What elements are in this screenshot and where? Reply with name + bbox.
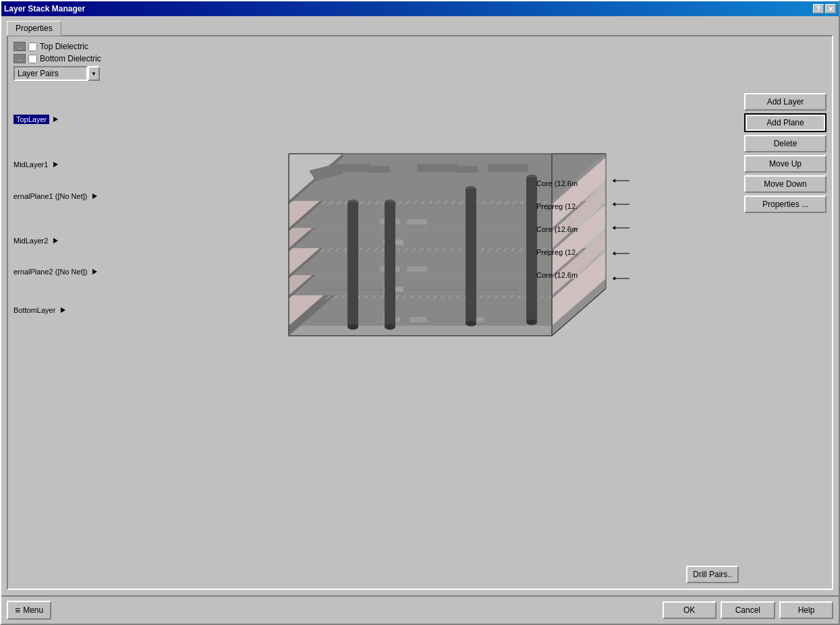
via3-body [466,189,476,324]
layer-pairs-dropdown[interactable]: Layer Pairs [13,66,88,81]
add-layer-button[interactable]: Add Layer [744,93,827,111]
trace-top-5 [488,164,528,172]
midlayer1-label-text: MidLayer1 [13,160,48,169]
move-up-button[interactable]: Move Up [744,155,827,173]
bottomlayer-arrow-icon [61,307,65,313]
dialog: Layer Stack Manager ? ✕ Properties Top D… [0,0,840,625]
toplayer-label-text: TopLayer [13,115,49,124]
bottomlayer-label-text: BottomLayer [13,306,55,314]
core2-arrow-head [613,226,615,230]
prepreg1-arrow-head [613,202,615,206]
tab-properties[interactable]: Properties [7,21,61,36]
via2-body [385,202,395,327]
via4-bottom [526,320,537,325]
trace-mid2-2 [407,266,427,272]
pcb-svg [248,86,640,356]
top-dielectric-row: Top Dielectric [13,42,101,51]
pcb-stack-diagram: Core (12.6m Prepreg (12. Core (12.6m Pre… [148,86,739,560]
layer-label-midlayer2: MidLayer2 [13,237,148,245]
drill-pairs-area: Drill Pairs.. [13,560,827,583]
tab-area: Properties [1,16,839,35]
internalplane2-label-text: ernalPlane2 ([No Net]) [13,268,87,276]
right-buttons-panel: Add Layer Add Plane Delete Move Up Move … [739,86,827,560]
top-controls: Top Dielectric Bottom Dielectric Layer P… [13,42,827,81]
via3-bottom [466,321,476,326]
bottom-dielectric-icon [13,54,26,63]
checkboxes-area: Top Dielectric Bottom Dielectric Layer P… [13,42,101,81]
delete-button[interactable]: Delete [744,135,827,152]
properties-button[interactable]: Properties ... [744,196,827,213]
menu-label: Menu [23,605,43,615]
midlayer2-label-text: MidLayer2 [13,237,48,245]
internalplane1-label-text: ernalPlane1 ([No Net]) [13,192,87,200]
via2-bottom [385,324,395,330]
trace-top-4 [451,166,478,173]
help-title-button[interactable]: ? [813,4,824,13]
trace-top-2 [363,166,390,173]
via4-body [526,177,537,322]
layer-labels-panel: TopLayer MidLayer1 ernalPlane1 ([No Net]… [13,86,148,322]
bottom-dielectric-checkbox[interactable] [28,55,37,63]
midlayer1-arrow-icon [53,162,58,167]
footer: ≡ Menu OK Cancel Help [1,595,839,624]
drill-pairs-button[interactable]: Drill Pairs.. [686,566,739,583]
via1-body [347,202,358,327]
stack-labels: Core (12.6m Prepreg (12. Core (12.6m Pre… [536,100,578,279]
bottom-dielectric-row: Bottom Dielectric [13,54,101,63]
top-dielectric-icon [13,42,26,51]
top-dielectric-label: Top Dielectric [40,42,88,51]
footer-right-buttons: OK Cancel Help [663,601,833,619]
via1-bottom [347,324,358,330]
menu-icon: ≡ [15,605,20,616]
core3-arrow-head [613,276,615,280]
title-bar: Layer Stack Manager ? ✕ [1,1,839,16]
core3-stack-label: Core (12.6m [536,271,578,279]
trace-mid1-2 [407,219,427,225]
layer-label-bottomlayer: BottomLayer [13,306,148,314]
add-plane-button[interactable]: Add Plane [744,113,827,132]
core1-arrow-head [613,179,615,183]
bottom-dielectric-label: Bottom Dielectric [40,54,101,63]
prepreg2-stack-label: Prepreg (12. [536,248,578,256]
main-content: TopLayer MidLayer1 ernalPlane1 ([No Net]… [13,86,827,560]
move-down-button[interactable]: Move Down [744,175,827,193]
menu-button[interactable]: ≡ Menu [7,601,51,620]
layer-label-internalplane2: ernalPlane2 ([No Net]) [13,268,148,276]
layer-label-midlayer1: MidLayer1 [13,160,148,169]
top-dielectric-checkbox[interactable] [28,42,37,51]
dropdown-area: Layer Pairs ▼ [13,66,101,81]
title-bar-buttons: ? ✕ [813,4,836,13]
toplayer-arrow-icon [53,117,58,122]
core2-stack-label: Core (12.6m [536,225,578,233]
close-title-button[interactable]: ✕ [825,4,836,13]
internalplane1-arrow-icon [92,194,97,199]
layer-label-internalplane1: ernalPlane1 ([No Net]) [13,192,148,200]
midlayer2-arrow-icon [53,238,58,243]
dialog-title: Layer Stack Manager [4,4,85,13]
content-panel: Top Dielectric Bottom Dielectric Layer P… [7,35,833,590]
cancel-button[interactable]: Cancel [721,601,775,619]
layer-label-toplayer: TopLayer [13,115,148,124]
core1-stack-label: Core (12.6m [536,179,578,187]
help-button[interactable]: Help [779,601,833,619]
trace-bottom-2 [410,317,427,322]
prepreg1-stack-label: Prepreg (12. [536,202,578,210]
prepreg2-arrow-head [613,251,615,256]
dropdown-arrow-icon[interactable]: ▼ [88,66,100,81]
ok-button[interactable]: OK [663,601,717,619]
internalplane2-arrow-icon [92,269,97,274]
